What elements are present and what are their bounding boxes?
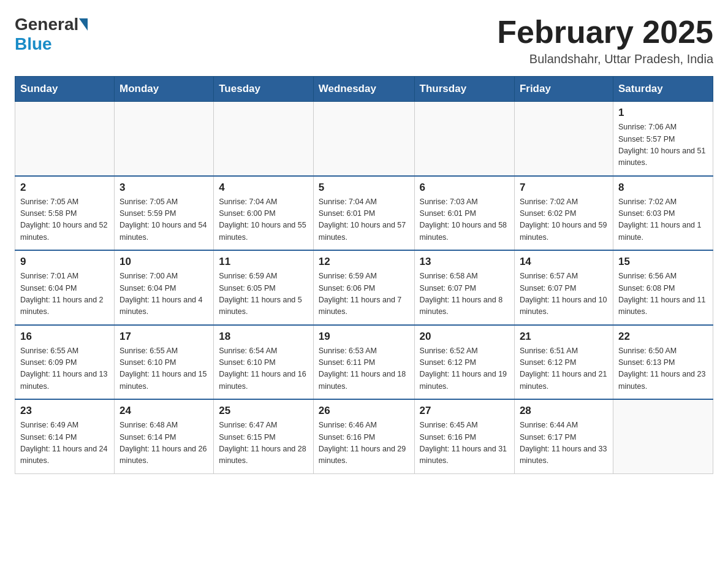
calendar-cell: 8Sunrise: 7:02 AMSunset: 6:03 PMDaylight… — [613, 176, 713, 251]
calendar-cell: 6Sunrise: 7:03 AMSunset: 6:01 PMDaylight… — [414, 176, 514, 251]
day-number: 5 — [319, 182, 409, 194]
day-number: 1 — [618, 107, 708, 119]
title-block: February 2025 Bulandshahr, Uttar Pradesh… — [497, 15, 713, 66]
day-number: 16 — [20, 331, 109, 343]
weekday-header-thursday: Thursday — [414, 77, 514, 102]
day-info: Sunrise: 6:52 AMSunset: 6:12 PMDaylight:… — [420, 345, 509, 393]
day-info: Sunrise: 6:45 AMSunset: 6:16 PMDaylight:… — [420, 419, 509, 467]
day-number: 20 — [420, 331, 509, 343]
calendar-cell: 11Sunrise: 6:59 AMSunset: 6:05 PMDayligh… — [214, 250, 314, 325]
calendar-cell: 16Sunrise: 6:55 AMSunset: 6:09 PMDayligh… — [15, 325, 115, 400]
day-number: 17 — [119, 331, 208, 343]
calendar-week-row: 23Sunrise: 6:49 AMSunset: 6:14 PMDayligh… — [15, 399, 713, 473]
day-info: Sunrise: 6:58 AMSunset: 6:07 PMDaylight:… — [420, 270, 509, 318]
weekday-header-wednesday: Wednesday — [313, 77, 414, 102]
calendar-cell — [214, 102, 314, 176]
weekday-header-saturday: Saturday — [613, 77, 713, 102]
day-info: Sunrise: 6:59 AMSunset: 6:06 PMDaylight:… — [319, 270, 409, 318]
day-number: 26 — [319, 405, 409, 417]
calendar-cell: 13Sunrise: 6:58 AMSunset: 6:07 PMDayligh… — [414, 250, 514, 325]
calendar-week-row: 16Sunrise: 6:55 AMSunset: 6:09 PMDayligh… — [15, 325, 713, 400]
day-info: Sunrise: 6:55 AMSunset: 6:10 PMDaylight:… — [119, 345, 208, 393]
day-number: 21 — [520, 331, 608, 343]
day-info: Sunrise: 6:59 AMSunset: 6:05 PMDaylight:… — [219, 270, 308, 318]
calendar-cell: 14Sunrise: 6:57 AMSunset: 6:07 PMDayligh… — [514, 250, 613, 325]
calendar-cell: 9Sunrise: 7:01 AMSunset: 6:04 PMDaylight… — [15, 250, 115, 325]
day-number: 24 — [119, 405, 208, 417]
day-info: Sunrise: 6:49 AMSunset: 6:14 PMDaylight:… — [20, 419, 109, 467]
day-number: 12 — [319, 256, 409, 268]
day-number: 6 — [420, 182, 509, 194]
weekday-header-tuesday: Tuesday — [214, 77, 314, 102]
day-number: 28 — [520, 405, 608, 417]
calendar-cell: 25Sunrise: 6:47 AMSunset: 6:15 PMDayligh… — [214, 399, 314, 473]
calendar-week-row: 2Sunrise: 7:05 AMSunset: 5:58 PMDaylight… — [15, 176, 713, 251]
calendar-cell: 27Sunrise: 6:45 AMSunset: 6:16 PMDayligh… — [414, 399, 514, 473]
day-info: Sunrise: 7:02 AMSunset: 6:02 PMDaylight:… — [520, 196, 608, 244]
calendar-cell: 12Sunrise: 6:59 AMSunset: 6:06 PMDayligh… — [313, 250, 414, 325]
day-number: 19 — [319, 331, 409, 343]
calendar-cell: 26Sunrise: 6:46 AMSunset: 6:16 PMDayligh… — [313, 399, 414, 473]
calendar-cell: 10Sunrise: 7:00 AMSunset: 6:04 PMDayligh… — [114, 250, 213, 325]
calendar-week-row: 9Sunrise: 7:01 AMSunset: 6:04 PMDaylight… — [15, 250, 713, 325]
calendar-cell — [114, 102, 213, 176]
calendar-cell: 19Sunrise: 6:53 AMSunset: 6:11 PMDayligh… — [313, 325, 414, 400]
calendar-cell: 21Sunrise: 6:51 AMSunset: 6:12 PMDayligh… — [514, 325, 613, 400]
calendar-cell: 20Sunrise: 6:52 AMSunset: 6:12 PMDayligh… — [414, 325, 514, 400]
day-number: 22 — [618, 331, 708, 343]
day-info: Sunrise: 7:04 AMSunset: 6:00 PMDaylight:… — [219, 196, 308, 244]
calendar-week-row: 1Sunrise: 7:06 AMSunset: 5:57 PMDaylight… — [15, 102, 713, 176]
day-number: 15 — [618, 256, 708, 268]
calendar-cell: 3Sunrise: 7:05 AMSunset: 5:59 PMDaylight… — [114, 176, 213, 251]
day-info: Sunrise: 6:46 AMSunset: 6:16 PMDaylight:… — [319, 419, 409, 467]
day-info: Sunrise: 7:01 AMSunset: 6:04 PMDaylight:… — [20, 270, 109, 318]
day-number: 4 — [219, 182, 308, 194]
day-number: 14 — [520, 256, 608, 268]
day-info: Sunrise: 7:04 AMSunset: 6:01 PMDaylight:… — [319, 196, 409, 244]
logo: General Blue — [15, 15, 88, 54]
day-info: Sunrise: 6:50 AMSunset: 6:13 PMDaylight:… — [618, 345, 708, 393]
logo-triangle-icon — [79, 18, 88, 31]
calendar-cell: 17Sunrise: 6:55 AMSunset: 6:10 PMDayligh… — [114, 325, 213, 400]
calendar-cell — [414, 102, 514, 176]
calendar-cell: 7Sunrise: 7:02 AMSunset: 6:02 PMDaylight… — [514, 176, 613, 251]
day-number: 18 — [219, 331, 308, 343]
day-number: 3 — [119, 182, 208, 194]
day-info: Sunrise: 7:03 AMSunset: 6:01 PMDaylight:… — [420, 196, 509, 244]
day-info: Sunrise: 6:56 AMSunset: 6:08 PMDaylight:… — [618, 270, 708, 318]
day-number: 11 — [219, 256, 308, 268]
day-number: 23 — [20, 405, 109, 417]
calendar-cell: 28Sunrise: 6:44 AMSunset: 6:17 PMDayligh… — [514, 399, 613, 473]
weekday-header-sunday: Sunday — [15, 77, 115, 102]
calendar-cell — [613, 399, 713, 473]
day-info: Sunrise: 6:47 AMSunset: 6:15 PMDaylight:… — [219, 419, 308, 467]
day-info: Sunrise: 6:51 AMSunset: 6:12 PMDaylight:… — [520, 345, 608, 393]
logo-general-text: General — [15, 15, 78, 34]
calendar-cell: 5Sunrise: 7:04 AMSunset: 6:01 PMDaylight… — [313, 176, 414, 251]
logo-blue-text: Blue — [15, 34, 52, 54]
calendar-cell: 24Sunrise: 6:48 AMSunset: 6:14 PMDayligh… — [114, 399, 213, 473]
calendar-cell — [313, 102, 414, 176]
calendar-cell: 4Sunrise: 7:04 AMSunset: 6:00 PMDaylight… — [214, 176, 314, 251]
calendar-cell: 2Sunrise: 7:05 AMSunset: 5:58 PMDaylight… — [15, 176, 115, 251]
day-info: Sunrise: 6:57 AMSunset: 6:07 PMDaylight:… — [520, 270, 608, 318]
day-number: 7 — [520, 182, 608, 194]
day-info: Sunrise: 7:05 AMSunset: 5:58 PMDaylight:… — [20, 196, 109, 244]
calendar-cell: 23Sunrise: 6:49 AMSunset: 6:14 PMDayligh… — [15, 399, 115, 473]
day-number: 2 — [20, 182, 109, 194]
location-subtitle: Bulandshahr, Uttar Pradesh, India — [497, 52, 713, 66]
month-title: February 2025 — [497, 15, 713, 50]
day-info: Sunrise: 6:48 AMSunset: 6:14 PMDaylight:… — [119, 419, 208, 467]
calendar-cell: 1Sunrise: 7:06 AMSunset: 5:57 PMDaylight… — [613, 102, 713, 176]
day-info: Sunrise: 6:53 AMSunset: 6:11 PMDaylight:… — [319, 345, 409, 393]
day-info: Sunrise: 6:54 AMSunset: 6:10 PMDaylight:… — [219, 345, 308, 393]
day-info: Sunrise: 6:44 AMSunset: 6:17 PMDaylight:… — [520, 419, 608, 467]
calendar-cell — [15, 102, 115, 176]
day-number: 25 — [219, 405, 308, 417]
day-number: 9 — [20, 256, 109, 268]
weekday-header-row: SundayMondayTuesdayWednesdayThursdayFrid… — [15, 77, 713, 102]
day-number: 27 — [420, 405, 509, 417]
day-info: Sunrise: 7:05 AMSunset: 5:59 PMDaylight:… — [119, 196, 208, 244]
page-header: General Blue February 2025 Bulandshahr, … — [15, 15, 713, 66]
calendar-table: SundayMondayTuesdayWednesdayThursdayFrid… — [15, 76, 713, 474]
